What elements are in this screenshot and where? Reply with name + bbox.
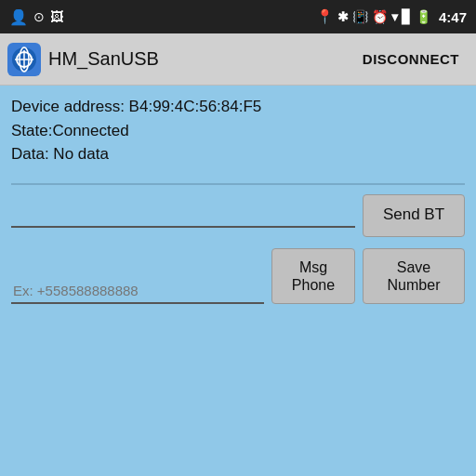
device-info-section: Device address: B4:99:4C:56:84:F5 State:… bbox=[11, 95, 465, 166]
signal-icon: ▊ bbox=[402, 9, 412, 24]
phone-input[interactable] bbox=[11, 279, 264, 304]
phone-input-wrapper bbox=[11, 279, 264, 304]
battery-icon: 🔋 bbox=[416, 9, 431, 24]
device-data: Data: No data bbox=[11, 142, 465, 166]
status-right-icons: 📍 ✱ 📳 ⏰ ▾ ▊ 🔋 4:47 bbox=[316, 8, 467, 25]
vibrate-icon: 📳 bbox=[352, 9, 368, 24]
device-address: Device address: B4:99:4C:56:84:F5 bbox=[11, 95, 465, 119]
save-number-label: Save Number bbox=[388, 259, 441, 293]
clock-display: 4:47 bbox=[439, 9, 467, 25]
wifi-icon: ▾ bbox=[391, 9, 398, 24]
divider bbox=[11, 183, 465, 185]
msg-phone-button[interactable]: Msg Phone bbox=[271, 248, 355, 304]
app-icon bbox=[7, 43, 41, 76]
bluetooth-icon: ✱ bbox=[337, 9, 349, 24]
disconnect-button[interactable]: DISCONNECT bbox=[353, 44, 469, 74]
app-bar: HM_SanUSB DISCONNECT bbox=[0, 33, 476, 86]
top-input-wrapper bbox=[11, 203, 355, 228]
device-state: State:Connected bbox=[11, 119, 465, 143]
status-left-icons: 👤 ⊙ 🖼 bbox=[9, 8, 63, 26]
status-bar: 👤 ⊙ 🖼 📍 ✱ 📳 ⏰ ▾ ▊ 🔋 4:47 bbox=[0, 0, 476, 33]
save-number-button[interactable]: Save Number bbox=[363, 248, 465, 304]
app-title: HM_SanUSB bbox=[48, 48, 353, 70]
top-row: Send BT bbox=[11, 194, 465, 237]
main-content: Device address: B4:99:4C:56:84:F5 State:… bbox=[0, 86, 476, 476]
message-input[interactable] bbox=[11, 203, 355, 228]
send-bt-button[interactable]: Send BT bbox=[363, 194, 465, 237]
image-icon: 🖼 bbox=[50, 9, 63, 24]
bottom-row: Msg Phone Save Number bbox=[11, 248, 465, 304]
location-icon: 📍 bbox=[316, 8, 334, 25]
record-icon: ⊙ bbox=[33, 9, 45, 24]
person-add-icon: 👤 bbox=[9, 8, 28, 26]
alarm-icon: ⏰ bbox=[372, 9, 388, 24]
msg-phone-label: Msg Phone bbox=[292, 259, 335, 293]
